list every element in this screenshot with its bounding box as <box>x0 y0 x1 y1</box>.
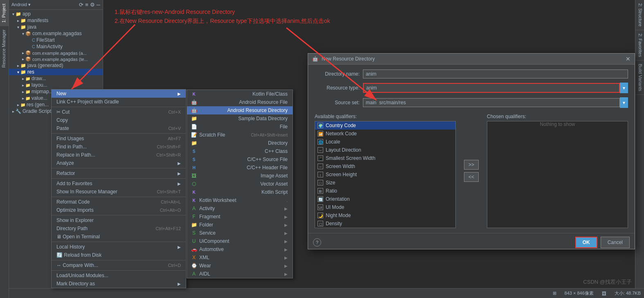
qualifier-item-screen-width[interactable]: ↔ Screen Width <box>315 162 455 170</box>
cpp-header-icon: H <box>190 165 198 170</box>
tree-item-app[interactable]: ▾ 📁 app <box>9 11 103 17</box>
menu-label-find-usages: Find Usages <box>56 136 160 141</box>
menu-item-find-path[interactable]: Find in Path... Ctrl+Shift+F <box>52 143 186 151</box>
dialog-sourceset-input[interactable] <box>363 98 620 107</box>
tree-item-pkg2[interactable]: ▸ 📦 com.example.agagdas (a... <box>9 50 103 56</box>
remove-qualifier-button[interactable]: << <box>464 172 479 182</box>
dialog-cancel-button[interactable]: Cancel <box>601 237 630 248</box>
menu-item-dir-path[interactable]: Directory Path Ctrl+Alt+F12 <box>52 224 186 233</box>
submenu-item-android-resource-file[interactable]: 🤖 Android Resource File <box>187 98 293 106</box>
submenu-item-fragment[interactable]: F Fragment ▶ <box>187 213 293 221</box>
qualifier-item-ratio[interactable]: ⊞ Ratio <box>315 187 455 195</box>
submenu-item-activity[interactable]: A Activity ▶ <box>187 204 293 213</box>
menu-item-optimize-imports[interactable]: Optimize Imports Ctrl+Alt+O <box>52 206 186 214</box>
qualifier-item-network-code[interactable]: 📶 Network Code <box>315 130 455 138</box>
submenu-item-cpp-header[interactable]: H C/C++ Header File <box>187 164 293 172</box>
android-icon-1: 🤖 <box>190 99 198 105</box>
qualifier-item-density[interactable]: ◻ Density <box>315 220 455 228</box>
dialog-ok-button[interactable]: OK <box>575 237 597 248</box>
qualifier-item-country-code[interactable]: 🌍 Country Code <box>315 121 455 130</box>
menu-item-local-history[interactable]: Local History ▶ <box>52 243 186 251</box>
menu-item-reload[interactable]: 🔄 Reload from Disk <box>52 251 186 259</box>
submenu-item-directory[interactable]: 📁 Directory <box>187 139 293 147</box>
tree-item-layout[interactable]: ▸ 📁 layou... <box>9 82 103 88</box>
menu-item-cut[interactable]: ✂ Cut Ctrl+X <box>52 108 186 116</box>
qualifier-item-smallest-screen-width[interactable]: 📱 Smallest Screen Width <box>315 154 455 162</box>
collapse-icon[interactable]: ≡ <box>85 2 88 8</box>
resource-manager-tab[interactable]: Resource Manager <box>0 26 9 71</box>
submenu-item-xml[interactable]: X XML ▶ <box>187 253 293 262</box>
qualifier-item-night-mode[interactable]: 🌙 Night Mode <box>315 211 455 220</box>
submenu-item-cpp-class[interactable]: S C++ Class <box>187 147 293 155</box>
submenu-item-android-resource-dir[interactable]: 🤖 Android Resource Directory <box>187 106 293 114</box>
menu-item-copy[interactable]: Copy <box>52 116 186 124</box>
tree-item-pkg1[interactable]: ▾ 📦 com.example.agagdas <box>9 30 103 37</box>
tree-item-manifests[interactable]: ▸ 📁 manifests <box>9 17 103 24</box>
build-variants-tab[interactable]: Build Variants <box>635 60 644 95</box>
dialog-qualifiers-section: Available qualifiers: 🌍 Country Code 📶 N… <box>315 114 628 228</box>
submenu-item-automotive[interactable]: 🚗 Automotive ▶ <box>187 245 293 253</box>
submenu-item-folder[interactable]: 📁 Folder ▶ <box>187 221 293 229</box>
menu-item-link-cpp[interactable]: Link C++ Project with Gradle <box>52 98 186 106</box>
submenu-label-kotlin-worksheet: Kotlin Worksheet <box>199 197 286 203</box>
menu-item-compare[interactable]: ↔ Compare With... Ctrl+D <box>52 261 186 269</box>
qualifier-item-ui-mode[interactable]: UI UI Mode <box>315 203 455 211</box>
qualifier-item-locale[interactable]: 🌐 Locale <box>315 138 455 146</box>
submenu-item-kotlin-worksheet[interactable]: K Kotlin Worksheet . <box>187 196 293 204</box>
menu-item-load-modules[interactable]: Load/Unload Modules... <box>52 271 186 280</box>
android-dropdown[interactable]: Android ▾ <box>11 2 31 7</box>
qualifier-item-orientation[interactable]: 🔄 Orientation <box>315 195 455 203</box>
submenu-item-cpp-source[interactable]: S C/C++ Source File <box>187 155 293 164</box>
qualifier-item-layout-direction[interactable]: ↔ Layout Direction <box>315 146 455 154</box>
tree-item-mainactivity[interactable]: C MainActivity <box>9 43 103 50</box>
add-qualifier-button[interactable]: >> <box>464 160 479 170</box>
submenu-item-scratch-file[interactable]: 📝 Scratch File Ctrl+Alt+Shift+Insert <box>187 131 293 139</box>
dialog-help-button[interactable]: ? <box>313 238 321 246</box>
menu-item-add-favorites[interactable]: Add to Favorites ▶ <box>52 179 186 188</box>
tree-item-res[interactable]: ▾ 📁 res <box>9 69 103 75</box>
favorites-tab[interactable]: 2: Favorites <box>635 30 644 60</box>
menu-item-replace-path[interactable]: Replace in Path... Ctrl+Shift+R <box>52 151 186 159</box>
dialog-restype-dropdown[interactable]: ▼ <box>620 83 628 93</box>
tree-item-java[interactable]: ▾ 📁 java <box>9 24 103 30</box>
menu-item-refactor[interactable]: Refactor ▶ <box>52 169 186 177</box>
submenu-item-uicomponent[interactable]: U UiComponent ▶ <box>187 237 293 245</box>
project-tab[interactable]: 1: Project <box>0 0 9 26</box>
tree-item-java-gen[interactable]: ▸ 📁 java (generated) <box>9 62 103 69</box>
menu-label-optimize-imports: Optimize Imports <box>56 207 152 213</box>
submenu-item-sample-data[interactable]: 📁 Sample Data Directory <box>187 114 293 123</box>
dialog-dirname-input[interactable] <box>363 69 628 78</box>
dialog-row-dirname: Directory name: <box>315 69 628 78</box>
menu-item-find-usages[interactable]: Find Usages Alt+F7 <box>52 134 186 143</box>
dialog-close-button[interactable]: ✕ <box>626 56 630 62</box>
qualifier-item-screen-height[interactable]: ↕ Screen Height <box>315 170 455 179</box>
submenu-item-vector-asset[interactable]: ⬡ Vector Asset <box>187 180 293 188</box>
menu-item-new[interactable]: New ▶ <box>52 90 186 98</box>
menu-item-open-terminal[interactable]: 🖥 Open in Terminal <box>52 233 186 241</box>
menu-item-show-resource-mgr[interactable]: Show In Resource Manager Ctrl+Shift+T <box>52 188 186 196</box>
wear-icon: ⌚ <box>190 263 198 269</box>
menu-item-mark-dir[interactable]: Mark Directory as ▶ <box>52 280 186 288</box>
tree-item-draw[interactable]: ▸ 📁 draw... <box>9 75 103 82</box>
tree-item-filestart[interactable]: C FileStart <box>9 37 103 43</box>
tree-item-pkg3[interactable]: ▸ 📦 com.example.agagdas (te... <box>9 56 103 62</box>
sync-icon[interactable]: ⟳ <box>79 2 83 8</box>
submenu-item-kotlin-script[interactable]: K Kotlin Script <box>187 188 293 196</box>
submenu-item-kotlin-class[interactable]: K Kotlin File/Class <box>187 90 293 98</box>
submenu-item-file[interactable]: 📄 File <box>187 123 293 131</box>
dialog-sourceset-dropdown[interactable]: ▼ <box>620 97 628 108</box>
qualifier-item-size[interactable]: □ Size <box>315 179 455 187</box>
menu-item-paste[interactable]: Paste Ctrl+V <box>52 124 186 132</box>
menu-item-reformat[interactable]: Reformat Code Ctrl+Alt+L <box>52 198 186 206</box>
folder-icon: 📁 <box>190 222 198 228</box>
structure-tab[interactable]: 2: Structure <box>635 0 644 30</box>
settings-icon[interactable]: ⚙ <box>90 2 95 8</box>
dialog-restype-input[interactable] <box>363 83 620 93</box>
menu-item-show-explorer[interactable]: Show in Explorer <box>52 216 186 224</box>
submenu-item-service[interactable]: S Service ▶ <box>187 229 293 237</box>
minimize-icon[interactable]: ─ <box>97 2 100 8</box>
menu-item-analyze[interactable]: Analyze ▶ <box>52 159 186 167</box>
submenu-item-image-asset[interactable]: 🖼 Image Asset <box>187 172 293 180</box>
submenu-item-wear[interactable]: ⌚ Wear ▶ <box>187 262 293 270</box>
submenu-item-aidl[interactable]: A AIDL ▶ <box>187 270 293 278</box>
